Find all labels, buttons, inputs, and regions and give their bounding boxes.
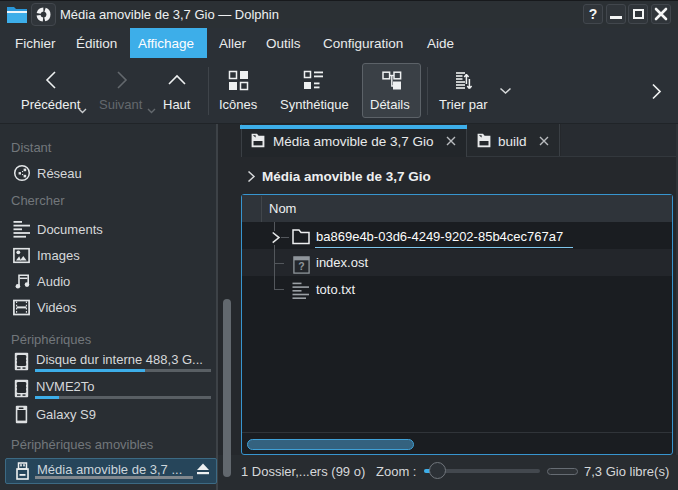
svg-text:?: ? [298, 260, 304, 272]
